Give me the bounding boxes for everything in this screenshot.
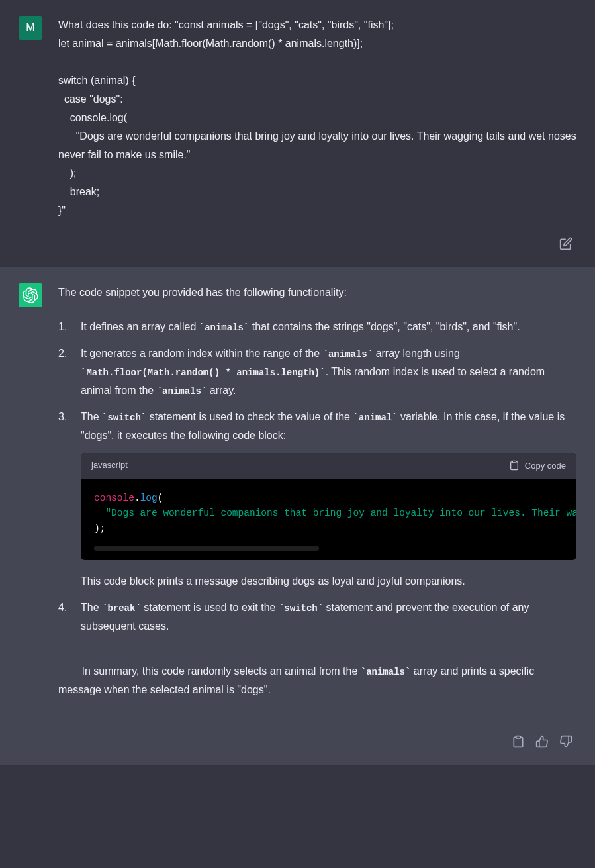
code-token: ( — [158, 493, 163, 503]
text-segment: The — [81, 602, 102, 613]
thumbs-up-icon — [535, 735, 549, 748]
list-item: The `switch` statement is used to check … — [58, 408, 576, 591]
copy-button[interactable] — [510, 734, 526, 749]
copy-code-label: Copy code — [525, 461, 566, 471]
inline-code: `animal` — [353, 412, 397, 423]
assistant-actions-row — [19, 734, 576, 749]
clipboard-icon — [512, 735, 525, 748]
code-token: ); — [94, 523, 105, 534]
assistant-message-content: The code snippet you provided has the fo… — [58, 283, 576, 718]
inline-code: `switch` — [102, 412, 146, 423]
user-avatar: M — [19, 16, 42, 40]
text-segment: It generates a random index within the r… — [81, 348, 323, 359]
text-segment: In summary, this code randomly selects a… — [82, 665, 361, 677]
text-segment: that contains the strings "dogs", "cats"… — [249, 321, 520, 332]
code-token: log — [140, 493, 158, 503]
summary-paragraph: In summary, this code randomly selects a… — [58, 644, 576, 718]
user-message-block: M What does this code do: "const animals… — [0, 0, 595, 267]
thumbs-down-icon — [559, 735, 572, 748]
assistant-intro: The code snippet you provided has the fo… — [58, 283, 576, 302]
text-segment: array. — [206, 385, 236, 396]
code-token: . — [134, 493, 140, 503]
inline-code: `animals` — [323, 349, 373, 360]
svg-rect-0 — [512, 461, 516, 463]
inline-code: `Math.floor(Math.random() * animals.leng… — [81, 367, 326, 378]
code-body: console.log( "Dogs are wonderful compani… — [81, 479, 576, 561]
explanation-list: It defines an array called `animals` tha… — [58, 318, 576, 636]
code-block: javascript Copy code console.log( "Dogs — [81, 453, 576, 560]
inline-code: `switch` — [279, 603, 323, 614]
code-pre: console.log( "Dogs are wonderful compani… — [94, 491, 563, 537]
assistant-avatar — [19, 283, 42, 307]
code-token: console — [94, 493, 134, 503]
user-message-content: What does this code do: "const animals =… — [58, 16, 576, 220]
text-segment: statement is used to check the value of … — [146, 411, 353, 422]
text-segment: statement is used to exit the — [141, 602, 279, 613]
openai-logo-icon — [23, 287, 38, 303]
user-avatar-letter: M — [26, 19, 34, 37]
code-language-label: javascript — [91, 458, 128, 473]
text-segment: This code block prints a message describ… — [81, 575, 465, 587]
list-item: The `break` statement is used to exit th… — [58, 599, 576, 636]
horizontal-scrollbar[interactable] — [94, 546, 319, 551]
text-segment: The — [81, 411, 102, 422]
edit-icon — [559, 237, 572, 250]
user-message-text: What does this code do: "const animals =… — [58, 16, 576, 220]
thumbs-down-button[interactable] — [558, 734, 574, 749]
code-block-header: javascript Copy code — [81, 453, 576, 479]
svg-rect-1 — [516, 736, 521, 738]
message-row: M What does this code do: "const animals… — [19, 16, 576, 220]
message-row: The code snippet you provided has the fo… — [19, 283, 576, 718]
code-token: "Dogs are wonderful companions that brin… — [94, 508, 576, 518]
inline-code: `break` — [102, 603, 141, 614]
copy-code-button[interactable]: Copy code — [509, 460, 566, 471]
clipboard-icon — [509, 460, 520, 471]
user-actions-row — [19, 236, 576, 252]
inline-code: `animals` — [361, 667, 411, 677]
inline-code: `animals` — [157, 386, 207, 397]
text-segment: array length using — [373, 348, 460, 359]
list-item: It defines an array called `animals` tha… — [58, 318, 576, 336]
list-item: It generates a random index within the r… — [58, 344, 576, 400]
inline-code: `animals` — [199, 322, 250, 333]
thumbs-up-button[interactable] — [534, 734, 550, 749]
text-segment: It defines an array called — [81, 321, 199, 332]
assistant-message-block: The code snippet you provided has the fo… — [0, 267, 595, 765]
edit-button[interactable] — [558, 236, 574, 252]
